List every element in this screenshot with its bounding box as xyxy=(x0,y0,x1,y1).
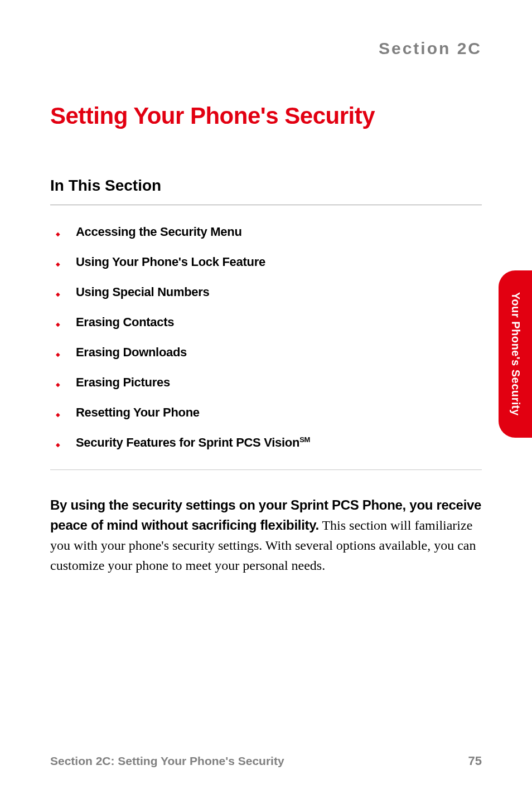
diamond-icon: ◆ xyxy=(56,321,60,327)
divider xyxy=(50,469,482,470)
diamond-icon: ◆ xyxy=(56,291,60,297)
diamond-icon: ◆ xyxy=(56,261,60,267)
diamond-icon: ◆ xyxy=(56,351,60,357)
list-item: ◆ Accessing the Security Menu xyxy=(50,225,482,239)
diamond-icon: ◆ xyxy=(56,411,60,418)
toc-item-label: Accessing the Security Menu xyxy=(76,225,242,239)
side-tab-label: Your Phone's Security xyxy=(509,292,522,416)
diamond-icon: ◆ xyxy=(56,231,60,237)
toc-item-label: Erasing Pictures xyxy=(76,375,170,390)
list-item: ◆ Erasing Downloads xyxy=(50,345,482,360)
list-item: ◆ Erasing Contacts xyxy=(50,315,482,330)
side-tab: Your Phone's Security xyxy=(499,270,532,438)
diamond-icon: ◆ xyxy=(56,442,60,448)
page-footer: Section 2C: Setting Your Phone's Securit… xyxy=(50,754,482,768)
toc-item-label: Erasing Contacts xyxy=(76,315,174,330)
toc-item-label: Using Special Numbers xyxy=(76,285,209,299)
list-item: ◆ Resetting Your Phone xyxy=(50,405,482,420)
list-item: ◆ Using Special Numbers xyxy=(50,285,482,299)
section-label: Section 2C xyxy=(50,39,482,58)
toc-item-label: Security Features for Sprint PCS VisionS… xyxy=(76,435,310,450)
toc-item-label: Using Your Phone's Lock Feature xyxy=(76,255,265,269)
list-item: ◆ Using Your Phone's Lock Feature xyxy=(50,255,482,269)
diamond-icon: ◆ xyxy=(56,381,60,388)
intro-paragraph: By using the security settings on your S… xyxy=(50,495,482,575)
toc-list: ◆ Accessing the Security Menu ◆ Using Yo… xyxy=(50,225,482,450)
list-item: ◆ Security Features for Sprint PCS Visio… xyxy=(50,435,482,450)
footer-section-label: Section 2C: Setting Your Phone's Securit… xyxy=(50,754,284,768)
superscript-sm: SM xyxy=(299,435,310,444)
toc-item-label: Erasing Downloads xyxy=(76,345,187,360)
page-title: Setting Your Phone's Security xyxy=(50,103,482,129)
subsection-heading: In This Section xyxy=(50,177,482,205)
page-number: 75 xyxy=(468,754,482,768)
toc-item-label: Resetting Your Phone xyxy=(76,405,200,420)
list-item: ◆ Erasing Pictures xyxy=(50,375,482,390)
